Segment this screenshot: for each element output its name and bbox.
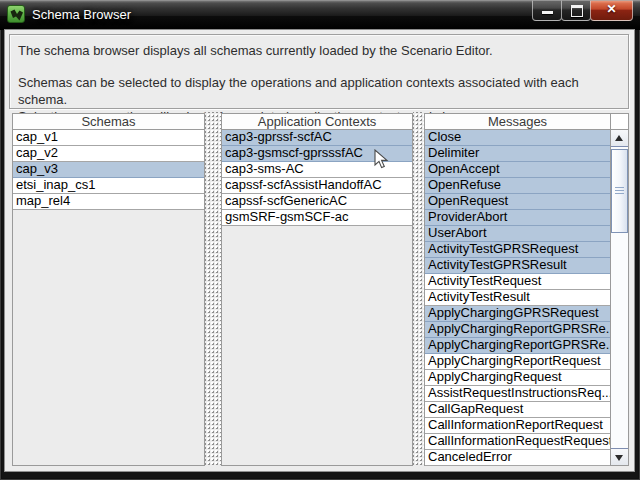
cursor-pointer (374, 149, 392, 171)
arrow-up-icon (615, 135, 623, 141)
window-controls: ✕ (532, 0, 633, 21)
list-item[interactable]: capssf-scfAssistHandoffAC (222, 178, 412, 194)
titlebar[interactable]: Schema Browser ✕ (0, 0, 640, 30)
list-item[interactable]: ApplyChargingRequest (425, 370, 610, 386)
schemas-table: Schemas cap_v1cap_v2cap_v3etsi_inap_cs1m… (12, 113, 205, 466)
list-item[interactable]: map_rel4 (13, 194, 204, 210)
minimize-icon (542, 11, 553, 14)
list-item[interactable]: OpenAccept (425, 162, 610, 178)
bird-logo-icon (9, 7, 25, 23)
list-item[interactable]: CallGapRequest (425, 402, 610, 418)
schemas-list[interactable]: cap_v1cap_v2cap_v3etsi_inap_cs1map_rel4 (13, 130, 204, 210)
window-title: Schema Browser (32, 0, 131, 30)
minimize-button[interactable] (532, 0, 562, 21)
scrollbar-track[interactable] (611, 147, 628, 448)
vertical-scrollbar[interactable] (610, 114, 628, 465)
scroll-up-button[interactable] (611, 130, 628, 147)
messages-list[interactable]: CloseDelimiterOpenAcceptOpenRefuseOpenRe… (425, 130, 610, 466)
scroll-down-button[interactable] (611, 448, 628, 465)
description-line: Schemas can be selected to display the o… (18, 74, 620, 108)
close-icon: ✕ (591, 2, 632, 16)
list-item[interactable]: cap_v3 (13, 162, 204, 178)
list-item[interactable]: CallInformationReportRequest (425, 418, 610, 434)
split-divider[interactable] (205, 112, 221, 466)
list-item[interactable]: ActivityTestResult (425, 290, 610, 306)
messages-table: Messages CloseDelimiterOpenAcceptOpenRef… (424, 113, 629, 466)
list-item[interactable]: Delimiter (425, 146, 610, 162)
list-item[interactable]: etsi_inap_cs1 (13, 178, 204, 194)
schemas-header[interactable]: Schemas (13, 114, 204, 130)
application-contexts-list[interactable]: cap3-gprssf-scfACcap3-gsmscf-gprsssfACca… (222, 130, 412, 226)
list-item[interactable]: AssistRequestInstructionsReq... (425, 386, 610, 402)
application-contexts-header[interactable]: Application Contexts (222, 114, 412, 130)
thumb-grip-icon (615, 187, 624, 196)
messages-header[interactable]: Messages (425, 114, 610, 130)
list-item[interactable]: ApplyChargingReportRequest (425, 354, 610, 370)
app-icon[interactable] (7, 5, 25, 23)
list-item[interactable]: OpenRequest (425, 194, 610, 210)
list-item[interactable]: OpenRefuse (425, 178, 610, 194)
scrollbar-corner (611, 114, 628, 130)
list-item[interactable]: ActivityTestRequest (425, 274, 610, 290)
list-item[interactable]: gsmSRF-gsmSCF-ac (222, 210, 412, 226)
list-item[interactable]: Close (425, 130, 610, 146)
maximize-icon (571, 5, 583, 17)
maximize-button[interactable] (561, 0, 591, 21)
list-item[interactable]: ProviderAbort (425, 210, 610, 226)
list-item[interactable]: CanceledError (425, 450, 610, 466)
list-item[interactable]: ActivityTestGPRSResult (425, 258, 610, 274)
list-item[interactable]: cap_v2 (13, 146, 204, 162)
list-item[interactable]: cap3-gprssf-scfAC (222, 130, 412, 146)
list-item[interactable]: ApplyChargingReportGPRSRe... (425, 322, 610, 338)
arrow-down-icon (615, 455, 623, 461)
list-item[interactable]: ApplyChargingGPRSRequest (425, 306, 610, 322)
list-item[interactable]: CallInformationRequestRequest (425, 434, 610, 450)
list-item[interactable]: ApplyChargingReportGPRSRe... (425, 338, 610, 354)
close-button[interactable]: ✕ (590, 0, 633, 21)
description-panel: The schema browser displays all schemas … (9, 34, 629, 109)
list-item[interactable]: UserAbort (425, 226, 610, 242)
list-item[interactable]: capssf-scfGenericAC (222, 194, 412, 210)
scrollbar-thumb[interactable] (611, 149, 628, 233)
list-item[interactable]: ActivityTestGPRSRequest (425, 242, 610, 258)
split-divider[interactable] (413, 112, 424, 466)
client-area: The schema browser displays all schemas … (5, 30, 634, 471)
list-item[interactable]: cap_v1 (13, 130, 204, 146)
description-line: The schema browser displays all schemas … (18, 42, 620, 59)
